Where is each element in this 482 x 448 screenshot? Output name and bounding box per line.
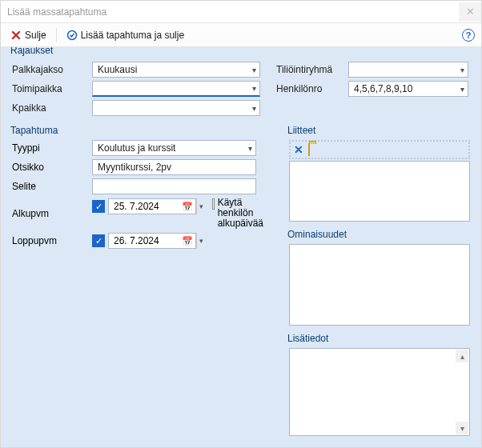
- titlebar: Lisää massatapahtuma ✕: [1, 1, 481, 23]
- value-alkupvm: 25. 7.2024: [114, 201, 159, 212]
- chevron-down-icon: ▾: [460, 66, 464, 74]
- checkbox-empty-icon: [212, 198, 215, 210]
- calendar-icon: 📅: [181, 200, 194, 213]
- combo-henkilonro[interactable]: 4,5,6,7,8,9,10 ▾: [348, 81, 468, 97]
- input-selite[interactable]: [92, 178, 256, 194]
- content-area: Rajaukset Palkkajakso Kuukausi ▾ Tiliöin…: [1, 47, 481, 447]
- label-kpaikka: Kpaikka: [12, 102, 92, 114]
- label-use-person-start: Käytä henkilön alkupäivää: [218, 198, 263, 229]
- window: Lisää massatapahtuma ✕ Sulje Lisää tapah…: [0, 0, 482, 448]
- group-rajaukset: Rajaukset Palkkajakso Kuukausi ▾ Tiliöin…: [7, 50, 475, 122]
- group-ominaisuudet: Ominaisuudet: [284, 234, 475, 330]
- help-icon: ?: [466, 30, 472, 40]
- date-split-alkupvm[interactable]: ▾: [196, 198, 206, 214]
- cancel-icon: [10, 30, 22, 41]
- add-close-label: Lisää tapahtuma ja sulje: [81, 30, 184, 41]
- label-henkilonro: Henkilönro: [276, 83, 348, 94]
- value-otsikko: Myyntikurssi, 2pv: [98, 162, 171, 173]
- group-rajaukset-legend: Rajaukset: [10, 47, 53, 56]
- close-button[interactable]: Sulje: [7, 28, 50, 42]
- group-lisatiedot-legend: Lisätiedot: [287, 333, 328, 344]
- input-otsikko[interactable]: Myyntikurssi, 2pv: [92, 159, 256, 175]
- ominaisuudet-list[interactable]: [289, 244, 470, 326]
- group-liitteet: Liitteet ✕: [284, 130, 475, 226]
- close-label: Sulje: [25, 30, 46, 41]
- date-alkupvm[interactable]: 25. 7.2024 📅: [108, 198, 196, 214]
- label-palkkajakso: Palkkajakso: [12, 64, 92, 75]
- check-icon: ✓: [95, 236, 102, 246]
- select-palkkajakso[interactable]: Kuukausi ▾: [92, 62, 260, 78]
- select-toimipaikka[interactable]: ▾: [92, 81, 260, 97]
- label-tyyppi: Tyyppi: [12, 142, 92, 154]
- value-tyyppi: Koulutus ja kurssit: [98, 142, 175, 154]
- value-henkilonro: 4,5,6,7,8,9,10: [354, 83, 412, 94]
- label-otsikko: Otsikko: [12, 162, 92, 173]
- checkbox-loppupvm[interactable]: ✓: [92, 234, 105, 247]
- value-palkkajakso: Kuukausi: [98, 64, 137, 75]
- select-tyyppi[interactable]: Koulutus ja kurssit ▾: [92, 140, 256, 156]
- label-loppupvm: Loppupvm: [12, 235, 92, 246]
- group-tapahtuma-legend: Tapahtuma: [10, 125, 58, 136]
- scroll-down-button[interactable]: ▾: [456, 422, 468, 434]
- window-close-button[interactable]: ✕: [459, 2, 481, 22]
- checkbox-use-person-start[interactable]: Käytä henkilön alkupäivää: [212, 198, 263, 229]
- chevron-down-icon: ▾: [252, 66, 256, 74]
- folder-icon: [308, 143, 310, 156]
- select-tiliointi[interactable]: ▾: [348, 62, 468, 78]
- lower-row: Tapahtuma Tyyppi Koulutus ja kurssit ▾ O…: [7, 130, 475, 441]
- select-kpaikka[interactable]: ▾: [92, 100, 260, 116]
- label-toimipaikka: Toimipaikka: [12, 83, 92, 94]
- chevron-down-icon: ▾: [248, 144, 252, 153]
- close-icon: ✕: [466, 6, 475, 18]
- toolbar-separator: [56, 28, 57, 42]
- lisatiedot-text[interactable]: ▴ ▾: [289, 348, 470, 436]
- check-icon: ✓: [95, 202, 102, 212]
- group-lisatiedot: Lisätiedot ▴ ▾: [284, 338, 475, 441]
- remove-attachment-button[interactable]: ✕: [294, 143, 303, 156]
- chevron-down-icon: ▾: [252, 104, 256, 113]
- date-split-loppupvm[interactable]: ▾: [196, 233, 206, 249]
- help-button[interactable]: ?: [462, 29, 475, 42]
- attach-toolbar: ✕: [289, 140, 470, 159]
- toolbar: Sulje Lisää tapahtuma ja sulje ?: [1, 23, 481, 47]
- group-ominaisuudet-legend: Ominaisuudet: [287, 229, 347, 240]
- chevron-down-icon: ▾: [460, 85, 464, 94]
- confirm-icon: [66, 30, 78, 41]
- chevron-down-icon: ▾: [252, 84, 256, 93]
- calendar-icon: 📅: [181, 234, 194, 247]
- add-and-close-button[interactable]: Lisää tapahtuma ja sulje: [63, 28, 187, 42]
- scroll-up-button[interactable]: ▴: [456, 350, 468, 362]
- attachments-list[interactable]: [289, 161, 470, 222]
- date-loppupvm[interactable]: 26. 7.2024 📅: [108, 233, 196, 249]
- label-alkupvm: Alkupvm: [12, 208, 92, 219]
- label-selite: Selite: [12, 181, 92, 192]
- group-tapahtuma: Tapahtuma Tyyppi Koulutus ja kurssit ▾ O…: [7, 130, 271, 254]
- label-tiliointi: Tiliöintiryhmä: [276, 64, 348, 75]
- value-loppupvm: 26. 7.2024: [114, 235, 159, 246]
- window-title: Lisää massatapahtuma: [7, 6, 106, 18]
- group-liitteet-legend: Liitteet: [287, 125, 315, 136]
- open-folder-button[interactable]: [308, 144, 310, 155]
- checkbox-alkupvm[interactable]: ✓: [92, 200, 105, 213]
